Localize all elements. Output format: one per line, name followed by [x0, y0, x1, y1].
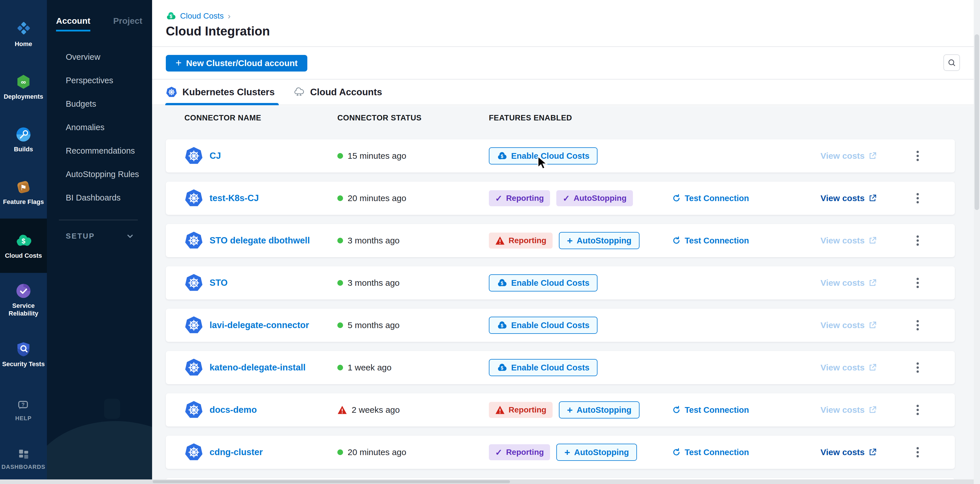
connector-status-cell: 3 months ago: [337, 236, 489, 246]
sidenav-divider: [59, 220, 138, 220]
sidenav-item-perspectives[interactable]: Perspectives: [47, 69, 152, 92]
table-rows: CJ15 minutes ago$Enable Cloud CostsView …: [166, 139, 980, 469]
new-cluster-cloud-account-button[interactable]: + New Cluster/Cloud account: [166, 55, 307, 72]
rail-item-builds[interactable]: Builds: [0, 113, 47, 166]
test-connection-label: Test Connection: [685, 194, 749, 203]
rail-item-feature-flags[interactable]: ⚑ Feature Flags: [0, 166, 47, 219]
check-icon: ✓: [495, 193, 502, 203]
view-costs-link[interactable]: View costs: [821, 447, 880, 457]
rail-item-service-reliability[interactable]: Service Reliability: [0, 273, 47, 327]
view-costs-link[interactable]: View costs: [821, 193, 880, 203]
svg-text:$: $: [501, 154, 503, 159]
breadcrumb-cloud-costs-link[interactable]: Cloud Costs: [180, 11, 224, 21]
check-icon: ✓: [495, 447, 502, 457]
tab-project[interactable]: Project: [113, 16, 142, 26]
test-connection-link[interactable]: Test Connection: [672, 448, 821, 457]
enable-label: Enable Cloud Costs: [511, 321, 590, 330]
rail-item-label: Home: [13, 40, 34, 48]
view-costs-link: View costs: [821, 363, 880, 372]
builds-icon: [16, 126, 32, 142]
sidenav-item-recommendations[interactable]: Recommendations: [47, 139, 152, 163]
view-costs-label: View costs: [821, 320, 865, 330]
connector-name-link[interactable]: lavi-delegate-connector: [210, 320, 309, 331]
status-text: 5 months ago: [348, 320, 400, 330]
warning-icon: [337, 405, 347, 414]
row-menu-button[interactable]: [880, 182, 955, 215]
page-title: Cloud Integration: [166, 24, 270, 38]
row-menu-button[interactable]: [880, 309, 955, 342]
add-autostopping-button[interactable]: +AutoStopping: [559, 401, 640, 419]
test-connection-link[interactable]: Test Connection: [672, 194, 821, 203]
search-button[interactable]: [943, 54, 960, 71]
check-icon: ✓: [563, 193, 570, 203]
add-autostopping-button[interactable]: +AutoStopping: [559, 232, 640, 249]
tab-cloud-accounts[interactable]: Cloud Accounts: [293, 80, 382, 105]
test-connection-link[interactable]: Test Connection: [672, 236, 821, 246]
row-menu-button[interactable]: [880, 351, 955, 384]
enable-cloud-costs-button[interactable]: $Enable Cloud Costs: [489, 317, 598, 334]
rail-item-help[interactable]: ? HELP: [0, 389, 47, 432]
connector-name-link[interactable]: cdng-cluster: [210, 447, 263, 457]
row-menu-button[interactable]: [880, 139, 955, 173]
sidenav-item-anomalies[interactable]: Anomalies: [47, 115, 152, 139]
rail-item-home[interactable]: Home: [0, 8, 47, 61]
enable-cloud-costs-button[interactable]: $Enable Cloud Costs: [489, 147, 598, 165]
kubernetes-connector-icon: [185, 189, 203, 208]
rail-item-label: Service Reliability: [0, 302, 47, 317]
vertical-scrollbar: [974, 0, 980, 484]
row-menu-button[interactable]: [880, 393, 955, 426]
autostopping-label: AutoStopping: [577, 405, 632, 415]
sidenav-item-autostopping-rules[interactable]: AutoStopping Rules: [47, 163, 152, 186]
reporting-label: Reporting: [509, 236, 546, 245]
view-costs-link: View costs: [821, 151, 880, 161]
breadcrumb-chevron: ›: [228, 11, 231, 21]
setup-section-toggle[interactable]: SETUP: [47, 232, 152, 241]
rail-item-deployments[interactable]: ∞ Deployments: [0, 61, 47, 113]
horizontal-scrollbar-thumb[interactable]: [153, 480, 510, 483]
status-text: 2 weeks ago: [352, 405, 400, 415]
connector-name-link[interactable]: STO: [210, 278, 228, 288]
plus-icon: +: [567, 404, 573, 415]
connector-name-link[interactable]: test-K8s-CJ: [210, 193, 259, 203]
sidenav-item-bi-dashboards[interactable]: BI Dashboards: [47, 186, 152, 209]
row-menu-button[interactable]: [880, 266, 955, 299]
connector-status-cell: 2 weeks ago: [337, 405, 489, 415]
rail-item-dashboards[interactable]: DASHBOARDS: [0, 438, 47, 481]
horizontal-scrollbar: [0, 479, 974, 484]
connector-name-link[interactable]: CJ: [210, 151, 221, 161]
reporting-enabled-badge: ✓Reporting: [489, 444, 550, 460]
sidenav-item-overview[interactable]: Overview: [47, 45, 152, 69]
service-reliability-icon: [16, 283, 32, 299]
connector-status-cell: 20 minutes ago: [337, 193, 489, 203]
kubernetes-icon: [166, 86, 177, 98]
autostopping-label: AutoStopping: [574, 194, 627, 203]
test-connection-link[interactable]: Test Connection: [672, 405, 821, 415]
enable-label: Enable Cloud Costs: [511, 278, 590, 288]
connector-name-cell: STO delegate dbothwell: [166, 231, 337, 250]
status-ok-dot: [337, 238, 343, 243]
rail-item-security-tests[interactable]: Security Tests: [0, 327, 47, 382]
vertical-scrollbar-thumb[interactable]: [975, 34, 979, 210]
add-autostopping-button[interactable]: +AutoStopping: [556, 444, 637, 461]
connector-name-link[interactable]: kateno-delegate-install: [210, 363, 305, 373]
table-row-docs-demo: docs-demo2 weeks agoReporting+AutoStoppi…: [166, 393, 955, 426]
tab-kubernetes-clusters[interactable]: Kubernetes Clusters: [166, 80, 275, 105]
features-cell: Reporting+AutoStopping: [489, 401, 672, 419]
table-row-kateno-delegate-install: kateno-delegate-install1 week ago$Enable…: [166, 351, 955, 384]
connector-name-link[interactable]: STO delegate dbothwell: [210, 235, 310, 246]
warning-icon: [495, 236, 505, 245]
row-menu-button[interactable]: [880, 436, 955, 469]
tab-account[interactable]: Account: [56, 16, 90, 32]
connector-name-cell: docs-demo: [166, 401, 337, 419]
connector-name-cell: STO: [166, 273, 337, 292]
connector-name-cell: lavi-delegate-connector: [166, 316, 337, 335]
enable-cloud-costs-button[interactable]: $Enable Cloud Costs: [489, 359, 598, 376]
status-ok-dot: [337, 323, 343, 328]
row-menu-button[interactable]: [880, 224, 955, 257]
enable-cloud-costs-button[interactable]: $Enable Cloud Costs: [489, 274, 598, 291]
cloud-costs-icon: $: [497, 151, 507, 161]
connector-name-link[interactable]: docs-demo: [210, 405, 257, 415]
warning-icon: [495, 405, 505, 414]
sidenav-item-budgets[interactable]: Budgets: [47, 92, 152, 115]
rail-item-cloud-costs[interactable]: $ Cloud Costs: [0, 219, 47, 273]
